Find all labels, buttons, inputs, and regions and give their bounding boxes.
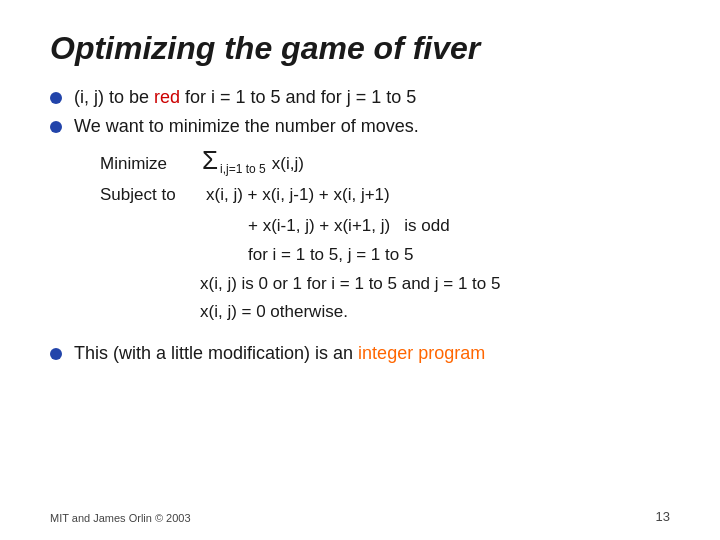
- bullet-text-1: (i, j) to be red for i = 1 to 5 and for …: [74, 87, 416, 108]
- subject-row: Subject to x(i, j) + x(i, j-1) + x(i, j+…: [100, 181, 670, 210]
- subject-line-5: x(i, j) = 0 otherwise.: [200, 298, 670, 327]
- minimize-row: Minimize Σi,j=1 to 5 x(i,j): [100, 147, 670, 179]
- bullet1-before: (i, j) to be: [74, 87, 154, 107]
- subject-line-4: x(i, j) is 0 or 1 for i = 1 to 5 and j =…: [200, 270, 670, 299]
- math-block: Minimize Σi,j=1 to 5 x(i,j) Subject to x…: [100, 147, 670, 327]
- bullet-item-1: (i, j) to be red for i = 1 to 5 and for …: [50, 87, 670, 108]
- bullet1-red: red: [154, 87, 180, 107]
- bullet-dot-3: [50, 348, 62, 360]
- slide: Optimizing the game of fiver (i, j) to b…: [0, 0, 720, 540]
- subject-label: Subject to: [100, 181, 200, 210]
- sigma-subscript: i,j=1 to 5: [220, 159, 266, 179]
- minimize-label: Minimize: [100, 150, 200, 179]
- footer-copyright: MIT and James Orlin © 2003: [50, 512, 191, 524]
- sigma-symbol: Σ: [202, 147, 218, 173]
- bullet1-after: for i = 1 to 5 and for j = 1 to 5: [180, 87, 416, 107]
- bullet-item-3: This (with a little modification) is an …: [50, 343, 670, 364]
- subject-line-3: for i = 1 to 5, j = 1 to 5: [248, 241, 670, 270]
- slide-title: Optimizing the game of fiver: [50, 30, 670, 67]
- subject-line-2: + x(i-1, j) + x(i+1, j) is odd: [248, 212, 670, 241]
- subject-line-1: x(i, j) + x(i, j-1) + x(i, j+1): [206, 181, 390, 210]
- bullet-dot-2: [50, 121, 62, 133]
- bullet-dot-1: [50, 92, 62, 104]
- conclusion-before: This (with a little modification) is an: [74, 343, 358, 363]
- bullet-text-2: We want to minimize the number of moves.: [74, 116, 419, 137]
- conclusion-orange: integer program: [358, 343, 485, 363]
- minimize-expr: x(i,j): [272, 150, 304, 179]
- footer: MIT and James Orlin © 2003 13: [50, 509, 670, 524]
- bullet-item-2: We want to minimize the number of moves.: [50, 116, 670, 137]
- footer-page-number: 13: [656, 509, 670, 524]
- conclusion-text: This (with a little modification) is an …: [74, 343, 485, 364]
